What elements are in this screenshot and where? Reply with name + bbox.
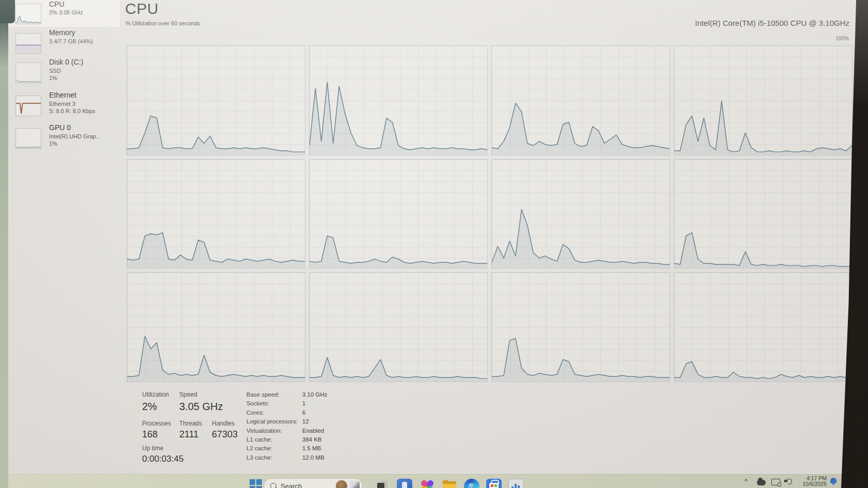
logical-processor-chart xyxy=(309,45,488,155)
sidebar-item-disk-sub2: 1% xyxy=(49,74,57,82)
logical-processor-chart xyxy=(491,45,670,155)
detail-row: L1 cache:384 KB xyxy=(246,436,328,445)
utilization-value: 2% xyxy=(142,401,157,413)
tray-chevron-hidden-icons[interactable]: ^ xyxy=(745,477,748,485)
volume-icon[interactable] xyxy=(784,478,787,483)
uptime-label: Up time xyxy=(142,445,163,452)
sidebar-item-disk[interactable] xyxy=(16,62,41,83)
search-icon xyxy=(270,483,276,488)
detail-row: Base speed:3.10 GHz xyxy=(246,391,328,400)
sidebar-item-ethernet-sub2: S: 8.0 R: 8.0 Kbps xyxy=(49,107,95,115)
logical-processor-chart xyxy=(309,272,488,382)
clock[interactable]: 4:17 PM 10/6/2025 xyxy=(796,476,827,487)
logical-processor-chart xyxy=(127,159,305,269)
processes-value: 168 xyxy=(142,429,158,440)
cpu-logical-processors-chart-grid xyxy=(127,45,853,382)
sidebar-item-gpu-label[interactable]: GPU 0 xyxy=(49,123,71,132)
detail-row: Virtualization:Enabled xyxy=(246,428,328,436)
search-input[interactable]: Search xyxy=(264,478,363,488)
logical-processor-chart xyxy=(127,45,305,155)
logical-processor-chart-svg xyxy=(674,160,852,269)
page-title: CPU xyxy=(125,0,159,18)
sidebar-item-disk-sub: SSD xyxy=(49,67,61,74)
app-icon-microsoft-store[interactable] xyxy=(486,479,502,488)
sidebar-item-memory-label[interactable]: Memory xyxy=(49,28,75,37)
gpu-mini-chart xyxy=(16,128,41,149)
cpu-model-name: Intel(R) Core(TM) i5-10500 CPU @ 3.10GHz xyxy=(695,19,849,27)
sidebar-item-memory[interactable] xyxy=(16,33,41,54)
app-icon-edge[interactable] xyxy=(464,479,479,488)
detail-row: L2 cache:1.5 MB xyxy=(246,445,328,454)
logical-processor-chart xyxy=(127,272,305,382)
ethernet-mini-chart-svg xyxy=(16,96,41,116)
detail-row: Cores:6 xyxy=(246,410,328,418)
chart-scale-max-label: 100% xyxy=(835,36,849,41)
handles-label: Handles xyxy=(212,420,235,427)
cpu-mini-chart-svg xyxy=(16,4,41,24)
tray-date: 10/6/2025 xyxy=(796,481,827,487)
ethernet-mini-chart xyxy=(16,96,41,116)
logical-processor-chart xyxy=(491,272,670,382)
processes-label: Processes xyxy=(142,420,171,427)
logical-processor-chart-svg xyxy=(492,273,670,382)
app-icon-microsoft-365[interactable] xyxy=(420,479,435,488)
disk-mini-chart-svg xyxy=(16,63,41,83)
notification-bell-icon[interactable] xyxy=(830,478,836,483)
detail-row: L3 cache:12.0 MB xyxy=(246,454,328,463)
chart-subtitle: % Utilization over 60 seconds xyxy=(126,20,200,26)
logical-processor-chart-svg xyxy=(309,46,487,155)
cpu-mini-chart xyxy=(16,4,41,24)
search-highlight-thumbnail[interactable] xyxy=(349,481,360,488)
uptime-value: 0:00:03:45 xyxy=(142,454,183,464)
detail-row: Sockets:1 xyxy=(246,400,328,409)
sidebar-item-cpu[interactable] xyxy=(16,4,41,24)
speed-value: 3.05 GHz xyxy=(179,401,223,413)
sidebar-item-ethernet-label[interactable]: Ethernet xyxy=(49,91,76,99)
memory-mini-chart xyxy=(16,33,41,54)
sidebar-item-ethernet[interactable] xyxy=(16,96,41,116)
start-button[interactable] xyxy=(249,479,262,488)
logical-processor-chart xyxy=(309,159,488,269)
photo-edge-left xyxy=(0,0,8,488)
logical-processor-chart xyxy=(674,272,853,382)
sidebar-item-gpu-sub2: 1% xyxy=(49,140,57,147)
sidebar-item-gpu[interactable] xyxy=(16,128,41,149)
app-icon-windows-tools[interactable] xyxy=(376,479,391,488)
search-placeholder: Search xyxy=(281,482,336,488)
network-icon[interactable] xyxy=(771,479,780,485)
taskbar: Search xyxy=(0,474,868,488)
sidebar-item-disk-label[interactable]: Disk 0 (C:) xyxy=(49,58,83,66)
threads-label: Threads xyxy=(179,420,202,427)
sidebar-item-gpu-sub: Intel(R) UHD Grap... xyxy=(49,133,101,140)
sidebar-item-cpu-label[interactable]: CPU xyxy=(49,0,65,8)
detail-row: Logical processors:12 xyxy=(246,418,328,427)
sidebar-item-memory-sub: 3.4/7.7 GB (44%) xyxy=(49,38,93,45)
utilization-label: Utilization xyxy=(142,391,169,398)
logical-processor-chart xyxy=(674,159,853,269)
logical-processor-chart-svg xyxy=(674,273,852,382)
logical-processor-chart-svg xyxy=(492,46,670,155)
handles-value: 67303 xyxy=(212,429,238,440)
onedrive-icon[interactable] xyxy=(757,480,766,485)
logical-processor-chart-svg xyxy=(492,160,670,269)
memory-mini-chart-svg xyxy=(16,34,41,53)
speed-label: Speed xyxy=(179,391,197,398)
disk-mini-chart xyxy=(16,62,41,83)
logical-processor-chart-svg xyxy=(674,46,852,155)
logical-processor-chart-svg xyxy=(309,273,487,382)
logical-processor-chart-svg xyxy=(127,46,305,155)
logical-processor-chart xyxy=(674,45,853,155)
task-manager-window: CPU 2% 3.05 GHz Memory 3.4/7.7 GB (44%) … xyxy=(0,0,868,488)
app-icon-file-explorer[interactable] xyxy=(442,479,457,488)
logical-processor-chart-svg xyxy=(309,160,487,269)
app-icon-task-manager[interactable] xyxy=(508,479,524,488)
cpu-details-list: Base speed:3.10 GHz Sockets:1 Cores:6 Lo… xyxy=(246,391,328,463)
search-highlight-avatar[interactable] xyxy=(336,480,347,488)
threads-value: 2111 xyxy=(179,429,198,440)
gpu-mini-chart-svg xyxy=(16,129,41,148)
app-icon-phone-link[interactable] xyxy=(397,479,412,488)
logical-processor-chart xyxy=(491,159,670,269)
logical-processor-chart-svg xyxy=(127,273,305,382)
sidebar-item-ethernet-sub: Ethernet 3 xyxy=(49,100,75,107)
photo-edge-top-left xyxy=(0,0,15,23)
